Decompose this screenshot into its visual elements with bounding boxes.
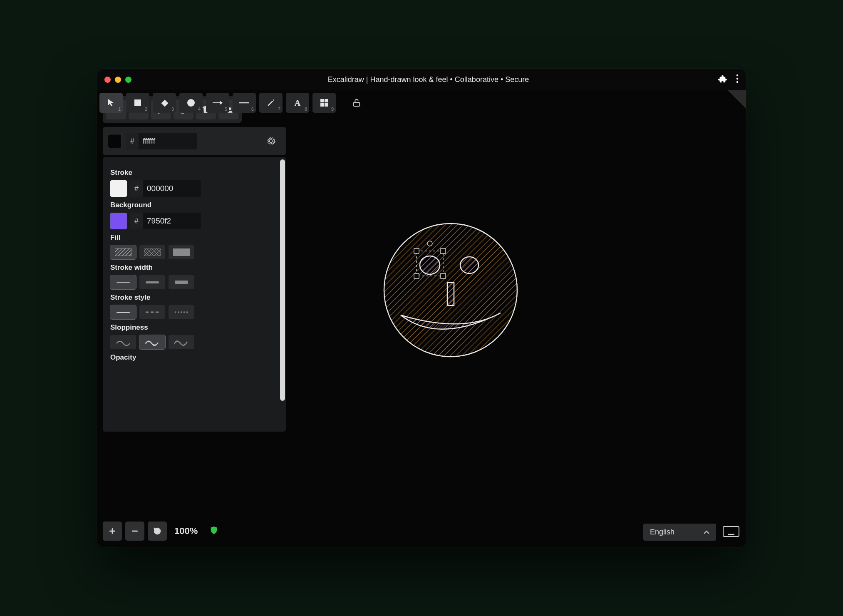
canvas-background-panel: #: [103, 127, 286, 155]
svg-point-0: [736, 74, 738, 76]
background-swatch[interactable]: [110, 213, 127, 229]
svg-rect-15: [134, 99, 141, 106]
stroke-width-thin[interactable]: [110, 275, 136, 289]
zoom-level[interactable]: 100%: [170, 526, 202, 537]
tool-select[interactable]: 1: [99, 93, 123, 113]
tool-pencil[interactable]: 7: [259, 93, 283, 113]
svg-rect-30: [723, 527, 739, 537]
hash-label: #: [130, 213, 143, 229]
stroke-style-dashed[interactable]: [139, 305, 165, 319]
traffic-lights: [104, 77, 131, 83]
settings-button[interactable]: [261, 131, 281, 151]
svg-rect-11: [441, 248, 446, 253]
keyboard-icon[interactable]: [723, 525, 739, 539]
language-label: English: [650, 528, 674, 537]
kebab-menu-icon[interactable]: [736, 74, 739, 85]
sloppiness-med[interactable]: [139, 335, 165, 349]
tool-line[interactable]: 6: [233, 93, 256, 113]
svg-rect-10: [414, 248, 419, 253]
zoom-in-button[interactable]: [103, 522, 122, 541]
sidebar-scrollbar[interactable]: [280, 159, 285, 401]
stroke-style-solid[interactable]: [110, 305, 136, 319]
stroke-label: Stroke: [110, 169, 278, 177]
fill-label: Fill: [110, 233, 278, 242]
stroke-style-dotted[interactable]: [169, 305, 194, 319]
minimize-window-button[interactable]: [115, 77, 121, 83]
svg-rect-12: [414, 273, 419, 278]
svg-rect-13: [441, 273, 446, 278]
window-title: Excalidraw | Hand-drawn look & feel • Co…: [139, 75, 718, 84]
svg-rect-23: [325, 103, 328, 107]
zoom-out-button[interactable]: [125, 522, 144, 541]
hash-label: #: [130, 180, 143, 197]
extension-icon[interactable]: [718, 74, 727, 85]
canvas-color-swatch[interactable]: [108, 134, 122, 148]
footer-right: English: [643, 524, 739, 541]
titlebar: Excalidraw | Hand-drawn look & feel • Co…: [97, 69, 746, 90]
svg-rect-8: [447, 283, 454, 306]
language-select[interactable]: English: [643, 524, 716, 541]
encryption-shield-icon[interactable]: [209, 526, 218, 537]
svg-rect-26: [115, 248, 131, 256]
svg-point-17: [187, 99, 195, 107]
svg-rect-20: [320, 99, 324, 102]
sloppiness-high[interactable]: [169, 335, 194, 349]
svg-rect-22: [320, 103, 324, 107]
fill-hachure[interactable]: [110, 245, 136, 259]
sloppiness-label: Sloppiness: [110, 323, 278, 332]
tool-library[interactable]: 9: [312, 93, 336, 113]
background-label: Background: [110, 201, 278, 209]
properties-sidebar: Stroke # Background # Fill: [103, 157, 286, 432]
sloppiness-low[interactable]: [110, 335, 136, 349]
fill-solid[interactable]: [169, 245, 194, 259]
svg-point-6: [460, 257, 479, 273]
opacity-label: Opacity: [110, 353, 278, 362]
app-window: Excalidraw | Hand-drawn look & feel • Co…: [97, 69, 746, 547]
stroke-style-label: Stroke style: [110, 293, 278, 302]
stroke-width-thick[interactable]: [169, 275, 194, 289]
stroke-width-med[interactable]: [139, 275, 165, 289]
hash-label: #: [126, 133, 139, 149]
tool-diamond[interactable]: 3: [153, 93, 176, 113]
app-body: # 1 2 3 4: [97, 90, 746, 547]
stroke-swatch[interactable]: [110, 180, 127, 197]
svg-rect-21: [325, 99, 328, 102]
reset-zoom-button[interactable]: [148, 522, 167, 541]
svg-rect-16: [161, 100, 169, 107]
svg-point-2: [736, 81, 738, 82]
tool-arrow[interactable]: 5: [206, 93, 229, 113]
close-window-button[interactable]: [104, 77, 111, 83]
zoom-controls: 100%: [103, 522, 218, 541]
stroke-color-input[interactable]: [143, 184, 201, 193]
fill-cross[interactable]: [139, 245, 165, 259]
background-color-input[interactable]: [143, 216, 201, 226]
tool-rectangle[interactable]: 2: [126, 93, 149, 113]
svg-rect-27: [144, 248, 161, 256]
svg-point-1: [736, 77, 738, 79]
tool-ellipse[interactable]: 4: [179, 93, 203, 113]
stroke-width-label: Stroke width: [110, 263, 278, 272]
maximize-window-button[interactable]: [125, 77, 131, 83]
chevron-up-icon: [704, 530, 709, 534]
canvas-color-input[interactable]: [139, 133, 197, 149]
svg-point-7: [420, 256, 440, 274]
tool-text[interactable]: A 8: [286, 93, 309, 113]
